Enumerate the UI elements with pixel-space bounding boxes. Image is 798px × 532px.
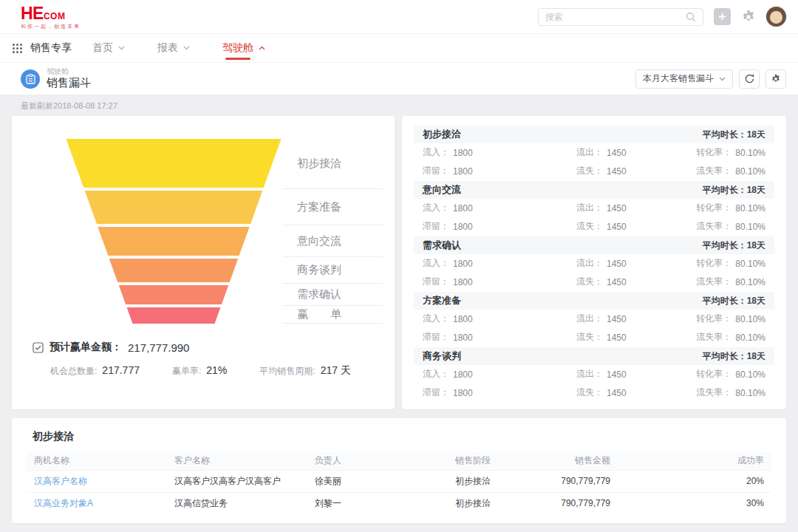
stage-panel: 商务谈判 平均时长：18天 流入：1800流出：1450转化率：80.10%滞留… <box>414 347 774 402</box>
stage-stat: 流失率：80.10% <box>696 273 765 291</box>
chevron-down-icon <box>719 77 726 81</box>
gear-icon <box>771 74 781 84</box>
stat-avg-cycle: 平均销售周期: 217 天 <box>259 364 351 378</box>
stage-stat: 滞留：1800 <box>423 328 576 347</box>
gear-icon <box>741 10 756 24</box>
opportunity-table-card: 初步接洽 商机名称客户名称负责人销售阶段销售金额成功率 汉高客户名称汉高客户汉高… <box>12 418 786 523</box>
table-body: 汉高客户名称汉高客户汉高客户汉高客户徐美丽初步接洽790,779,77920%汉… <box>27 470 771 514</box>
stage-stat: 流入：1800 <box>423 365 576 383</box>
stage-stat: 流入：1800 <box>423 199 576 217</box>
stage-panel-header: 方案准备 平均时长：18天 <box>414 292 774 310</box>
stage-panel-header: 初步接洽 平均时长：18天 <box>414 126 774 143</box>
top-bar: HECOM 和你一起，创造未来 <box>0 0 798 34</box>
funnel-card: 初步接洽方案准备意向交流商务谈判需求确认赢 单 预计赢单金额： 217,777.… <box>12 116 395 409</box>
stage-stat: 滞留：1800 <box>423 273 576 291</box>
table-head-row: 商机名称客户名称负责人销售阶段销售金额成功率 <box>27 452 771 470</box>
workspace-title: 销售专享 <box>30 41 72 55</box>
panel-duration: 平均时长：18天 <box>703 129 765 141</box>
table-cell: 汉高客户汉高客户汉高客户 <box>167 470 307 492</box>
panel-stats: 流入：1800流出：1450转化率：80.10%滞留：1800流失：1450流失… <box>414 310 774 347</box>
funnel-segment[interactable] <box>98 227 249 256</box>
table-cell: 初步接洽 <box>448 470 551 492</box>
stage-stat: 转化率：80.10% <box>696 365 765 383</box>
funnel-stage-label: 商务谈判 <box>282 257 383 284</box>
funnel-segment[interactable] <box>66 139 282 188</box>
stage-stat: 流出：1450 <box>576 365 696 383</box>
stage-stat: 流入：1800 <box>423 143 576 162</box>
panel-title: 意向交流 <box>423 183 461 197</box>
opportunity-link[interactable]: 汉高业务对象A <box>27 492 167 514</box>
stage-stat: 流失：1450 <box>576 217 696 236</box>
panel-duration: 平均时长：18天 <box>703 184 765 197</box>
funnel-segment[interactable] <box>119 285 228 304</box>
search-icon <box>686 12 696 22</box>
nav-item-home[interactable]: 首页 <box>92 34 125 62</box>
panel-title: 初步接洽 <box>423 128 461 141</box>
stage-stat: 流失率：80.10% <box>696 328 765 347</box>
user-avatar[interactable] <box>766 7 786 27</box>
opportunity-link[interactable]: 汉高客户名称 <box>27 470 167 492</box>
brand-logo: HECOM 和你一起，创造未来 <box>21 5 81 29</box>
stage-panel-header: 需求确认 平均时长：18天 <box>414 236 774 254</box>
funnel-segment[interactable] <box>127 307 221 324</box>
funnel-stage-label: 赢 单 <box>282 306 383 324</box>
app-grid-icon[interactable] <box>12 43 23 54</box>
stage-stat: 流失：1450 <box>576 162 696 180</box>
settings-button[interactable] <box>741 10 756 24</box>
brand-tagline: 和你一起，创造未来 <box>21 24 81 29</box>
panel-stats: 流入：1800流出：1450转化率：80.10%滞留：1800流失：1450流失… <box>414 254 774 291</box>
nav-item-cockpit[interactable]: 驾驶舱 <box>222 34 265 62</box>
stage-stat: 流失：1450 <box>576 383 696 402</box>
panel-duration: 平均时长：18天 <box>703 295 765 307</box>
nav-bar: 销售专享 首页 报表 驾驶舱 <box>0 34 798 62</box>
page-header: 驾驶舱 销售漏斗 本月大客销售漏斗 <box>0 62 798 95</box>
table-cell: 徐美丽 <box>307 470 448 492</box>
stage-panels: 初步接洽 平均时长：18天 流入：1800流出：1450转化率：80.10%滞留… <box>402 126 786 402</box>
nav-item-reports[interactable]: 报表 <box>157 34 190 62</box>
refresh-button[interactable] <box>739 69 760 89</box>
panel-duration: 平均时长：18天 <box>703 350 765 363</box>
active-tab-underline <box>225 58 250 60</box>
stat-opportunity-count: 机会总数量: 217.777 <box>50 364 140 378</box>
funnel-stage-label: 意向交流 <box>282 225 383 257</box>
funnel-chart: 初步接洽方案准备意向交流商务谈判需求确认赢 单 <box>12 116 395 338</box>
table-title: 初步接洽 <box>33 430 771 443</box>
funnel-segment[interactable] <box>109 259 238 282</box>
create-button[interactable] <box>714 8 731 25</box>
stage-stat: 转化率：80.10% <box>696 143 765 162</box>
panel-title: 方案准备 <box>423 294 461 307</box>
funnel-svg <box>66 139 282 324</box>
stage-stats-card: 初步接洽 平均时长：18天 流入：1800流出：1450转化率：80.10%滞留… <box>402 116 786 409</box>
funnel-segment[interactable] <box>85 191 263 224</box>
panel-title: 商务谈判 <box>423 349 461 363</box>
table-row[interactable]: 汉高客户名称汉高客户汉高客户汉高客户徐美丽初步接洽790,779,77920% <box>27 470 771 492</box>
stage-stat: 流出：1450 <box>576 143 696 162</box>
stat-win-rate: 赢单率: 21% <box>172 364 227 378</box>
stage-stat: 流失率：80.10% <box>696 383 765 402</box>
stage-stat: 流出：1450 <box>576 254 696 273</box>
table-cell: 刘黎一 <box>307 492 448 514</box>
chevron-down-icon <box>183 46 190 50</box>
filter-selected-value: 本月大客销售漏斗 <box>643 72 714 85</box>
panel-stats: 流入：1800流出：1450转化率：80.10%滞留：1800流失：1450流失… <box>414 365 774 402</box>
table-cell: 790,779,779 <box>551 470 618 492</box>
stage-stat: 流失率：80.10% <box>696 217 765 236</box>
table-column-header: 销售阶段 <box>448 452 551 470</box>
table-column-header: 成功率 <box>618 452 771 470</box>
checkbox-icon[interactable] <box>33 342 44 353</box>
nav-item-label: 首页 <box>92 41 113 55</box>
stage-panel: 需求确认 平均时长：18天 流入：1800流出：1450转化率：80.10%滞留… <box>414 236 774 291</box>
dashboard-icon <box>21 69 40 89</box>
dashboard-settings-button[interactable] <box>765 69 786 89</box>
table-cell: 790,779,779 <box>551 492 618 514</box>
table-row[interactable]: 汉高业务对象A汉高信贷业务刘黎一初步接洽790,779,77930% <box>27 492 771 514</box>
stage-stat: 转化率：80.10% <box>696 310 765 328</box>
last-refresh-note: 最新刷新2018-08-08 17:27 <box>12 95 786 116</box>
chevron-up-icon <box>259 46 265 50</box>
nav-item-label: 驾驶舱 <box>222 41 253 55</box>
search-box[interactable] <box>538 8 703 26</box>
funnel-filter-select[interactable]: 本月大客销售漏斗 <box>635 69 733 89</box>
stage-stat: 流出：1450 <box>576 310 696 328</box>
table-column-header: 客户名称 <box>167 452 307 470</box>
search-input[interactable] <box>545 12 686 22</box>
